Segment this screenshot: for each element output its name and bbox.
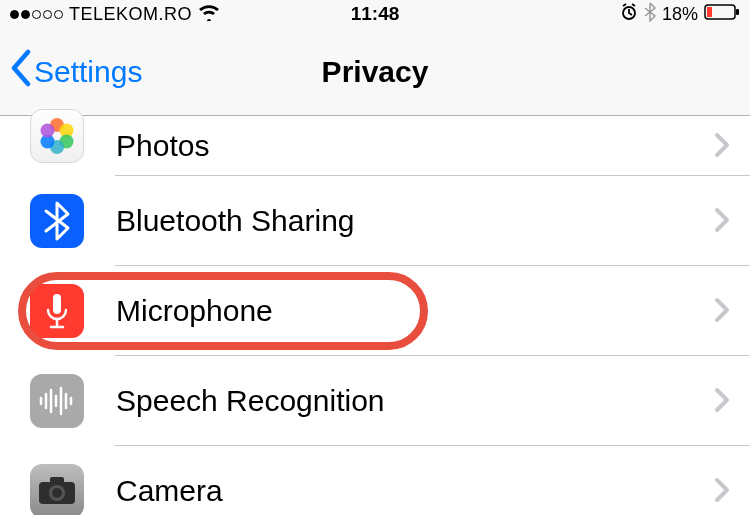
row-camera[interactable]: Camera (0, 446, 750, 515)
back-button[interactable]: Settings (0, 49, 142, 94)
carrier-label: TELEKOM.RO (69, 4, 192, 25)
speech-recognition-icon (30, 374, 84, 428)
nav-bar: Settings Privacy (0, 28, 750, 116)
svg-rect-3 (707, 7, 712, 17)
row-label: Photos (116, 129, 714, 163)
row-microphone[interactable]: Microphone (0, 266, 750, 356)
chevron-right-icon (714, 472, 750, 511)
signal-strength-icon (10, 10, 63, 19)
svg-rect-2 (736, 9, 739, 15)
row-speech-recognition[interactable]: Speech Recognition (0, 356, 750, 446)
svg-rect-10 (53, 294, 61, 314)
bluetooth-status-icon (644, 2, 656, 27)
chevron-right-icon (714, 127, 750, 166)
battery-icon (704, 3, 740, 26)
status-bar: TELEKOM.RO 11:48 18% (0, 0, 750, 28)
chevron-right-icon (714, 202, 750, 241)
bluetooth-icon (30, 194, 84, 248)
alarm-icon (620, 3, 638, 26)
back-label: Settings (34, 55, 142, 89)
chevron-right-icon (714, 382, 750, 421)
page-title: Privacy (322, 55, 429, 89)
row-photos[interactable]: Photos (0, 116, 750, 176)
chevron-right-icon (714, 292, 750, 331)
svg-point-9 (41, 124, 55, 138)
wifi-icon (198, 3, 220, 26)
row-label: Bluetooth Sharing (116, 204, 714, 238)
battery-percent: 18% (662, 4, 698, 25)
row-label: Speech Recognition (116, 384, 714, 418)
svg-point-23 (52, 488, 62, 498)
back-chevron-icon (10, 49, 32, 94)
svg-rect-21 (50, 477, 64, 484)
row-bluetooth-sharing[interactable]: Bluetooth Sharing (0, 176, 750, 266)
photos-icon (30, 109, 84, 163)
row-label: Camera (116, 474, 714, 508)
clock-time: 11:48 (351, 3, 400, 25)
status-right: 18% (620, 2, 740, 27)
microphone-icon (30, 284, 84, 338)
camera-icon (30, 464, 84, 515)
row-label: Microphone (116, 294, 714, 328)
status-left: TELEKOM.RO (10, 3, 220, 26)
settings-list: Photos Bluetooth Sharing Microphone (0, 116, 750, 515)
